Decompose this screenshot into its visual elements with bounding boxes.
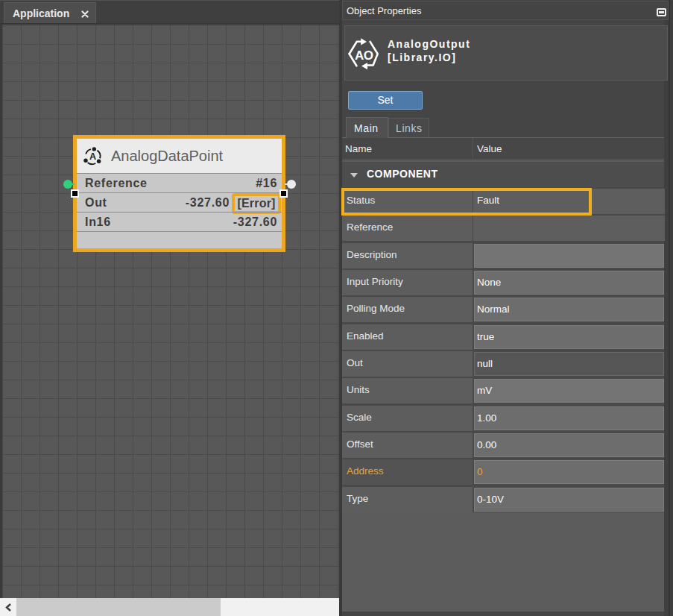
svg-text:A: A (89, 151, 96, 162)
svg-text:AO: AO (355, 48, 373, 63)
